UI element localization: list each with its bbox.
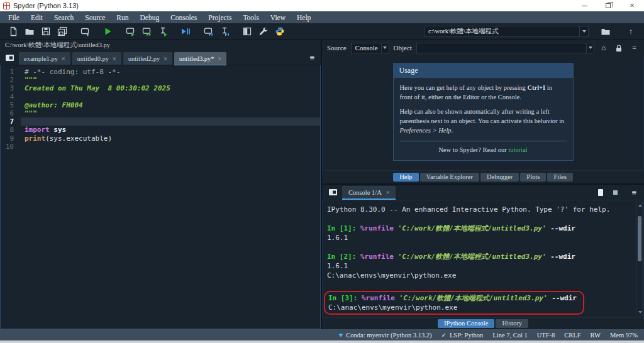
debug-file-button[interactable] [177, 24, 194, 38]
check-icon: ✓ [441, 332, 447, 339]
lock-button[interactable] [613, 44, 625, 52]
close-icon[interactable]: × [218, 55, 222, 62]
editor-line: 3Created on Thu May 8 00:30:02 2025 [1, 84, 320, 92]
status-mem-97-: Mem 97% [610, 332, 638, 339]
kernel-status-indicator [613, 190, 618, 195]
status-text: UTF-8 [537, 332, 555, 339]
tab-files[interactable]: Files [547, 173, 572, 182]
editor-tab-example1py[interactable]: example1.py× [19, 52, 70, 65]
browse-console-tabs-button[interactable] [326, 186, 340, 199]
menu-tools[interactable]: Tools [237, 14, 264, 21]
status-text: LSP: Python [450, 332, 483, 339]
chevron-down-icon [383, 46, 387, 49]
run-selection-button[interactable] [155, 24, 171, 38]
debug-icon [180, 26, 191, 36]
console-line: In [1]: %runfile 'C:/work/軟體/本地端程式/untit… [327, 224, 635, 233]
ipython-console[interactable]: IPython 8.30.0 -- An enhanced Interactiv… [322, 200, 644, 318]
restore-button[interactable] [596, 0, 620, 11]
editor-line: 4 [1, 93, 320, 101]
python-env-button[interactable] [272, 24, 288, 38]
menu-view[interactable]: View [265, 14, 291, 21]
open-file-button[interactable] [21, 24, 38, 38]
close-icon[interactable]: × [386, 189, 390, 196]
editor-line-text: @author: FH004 [21, 101, 320, 109]
window-title: Spyder (Python 3.13) [13, 2, 79, 9]
close-icon[interactable]: × [62, 55, 65, 62]
editor-line: 9print(sys.executable) [1, 134, 320, 143]
title-bar: Spyder (Python 3.13) × [0, 0, 644, 11]
editor-pane: C:\work\軟體\本地端程式\untitled3.py example1.p… [0, 40, 322, 329]
debug-selection-button[interactable] [216, 24, 233, 38]
tab-plots[interactable]: Plots [520, 173, 546, 182]
browse-tabs-button[interactable] [3, 52, 16, 64]
close-icon[interactable]: × [113, 55, 116, 62]
status-text: RW [591, 332, 601, 339]
open-folder-icon [25, 26, 35, 36]
save-all-button[interactable] [54, 24, 70, 38]
scroll-down-icon [638, 311, 642, 313]
new-cell-button[interactable] [77, 24, 93, 38]
source-dropdown[interactable] [381, 43, 389, 53]
tab-debugger[interactable]: Debugger [480, 173, 519, 182]
working-directory-dropdown[interactable] [579, 26, 588, 36]
console-bottom-tabs: IPython ConsoleHistory [322, 318, 644, 329]
minimize-button[interactable] [572, 0, 596, 11]
parent-directory-button[interactable]: ↑ [623, 24, 639, 38]
window-controls: × [572, 0, 644, 11]
status-conda[interactable]: ♥Conda: myenvir (Python 3.13.2) [339, 331, 432, 339]
run-cell-advance-button[interactable] [138, 24, 155, 38]
menu-debug[interactable]: Debug [134, 14, 165, 21]
code-editor[interactable]: 1# -*- coding: utf-8 -*-2"""3Created on … [0, 65, 321, 329]
browse-working-directory-button[interactable] [597, 24, 614, 38]
console-line: In [3]: %runfile 'C:/work/軟體/本地端程式/untit… [328, 293, 583, 303]
run-cell-button[interactable] [122, 24, 138, 38]
editor-line-text: Created on Thu May 8 00:30:02 2025 [21, 84, 320, 92]
tab-variable-explorer[interactable]: Variable Explorer [420, 173, 479, 182]
editor-options-menu-button[interactable]: ≡ [306, 53, 318, 62]
maximize-pane-button[interactable] [239, 24, 255, 38]
debug-cell-button[interactable] [200, 24, 216, 38]
menu-consoles[interactable]: Consoles [165, 14, 203, 21]
menu-search[interactable]: Search [48, 14, 79, 21]
editor-tab-untitled3py[interactable]: untitled3.py*× [174, 52, 226, 65]
menu-help[interactable]: Help [291, 14, 316, 21]
editor-tab-untitled2py[interactable]: untitled2.py× [123, 52, 172, 65]
status-lsp: ✓LSP: Python [441, 332, 484, 339]
menu-edit[interactable]: Edit [25, 14, 48, 21]
minimize-icon [582, 6, 587, 6]
save-button[interactable] [38, 24, 54, 38]
menu-projects[interactable]: Projects [203, 14, 237, 21]
scrollbar-thumb[interactable] [638, 216, 641, 261]
object-dropdown[interactable] [586, 43, 594, 53]
menu-run[interactable]: Run [111, 14, 134, 21]
editor-line-text: """ [21, 109, 320, 117]
close-button[interactable]: × [620, 0, 644, 11]
new-console-button[interactable] [598, 189, 603, 196]
tutorial-link[interactable]: tutorial [508, 146, 527, 153]
working-directory-combobox[interactable]: c:\work\軟體\本地端程式 [424, 26, 589, 37]
close-icon[interactable]: × [164, 55, 167, 62]
editor-line-text: import sys [21, 126, 320, 134]
maximize-pane-icon [242, 26, 252, 36]
preferences-button[interactable] [255, 24, 272, 38]
console-options-menu-button[interactable]: ≡ [628, 188, 640, 197]
usage-paragraph-2: Help can also be shown automatically aft… [400, 107, 567, 135]
editor-line: 8import sys [1, 126, 320, 134]
console-scrollbar[interactable] [636, 202, 643, 316]
tab-help[interactable]: Help [393, 173, 418, 182]
console-tab[interactable]: Console 1/A × [342, 186, 396, 199]
menu-file[interactable]: File [3, 14, 25, 21]
home-button[interactable]: ⌂ [599, 43, 608, 53]
line-number: 5 [1, 101, 21, 109]
new-file-button[interactable] [5, 24, 21, 38]
run-file-button[interactable] [99, 24, 116, 38]
tab-ipython-console[interactable]: IPython Console [438, 319, 494, 328]
object-combobox[interactable] [416, 43, 594, 53]
save-all-icon [57, 26, 67, 36]
editor-tab-untitled0py[interactable]: untitled0.py× [72, 52, 121, 65]
menu-source[interactable]: Source [79, 14, 111, 21]
console-line: C:\anac\envs\myenvir\python.exe [328, 303, 583, 312]
source-select[interactable]: Console [351, 43, 389, 53]
tab-history[interactable]: History [496, 319, 528, 328]
help-options-menu-button[interactable]: ≡ [630, 43, 639, 53]
